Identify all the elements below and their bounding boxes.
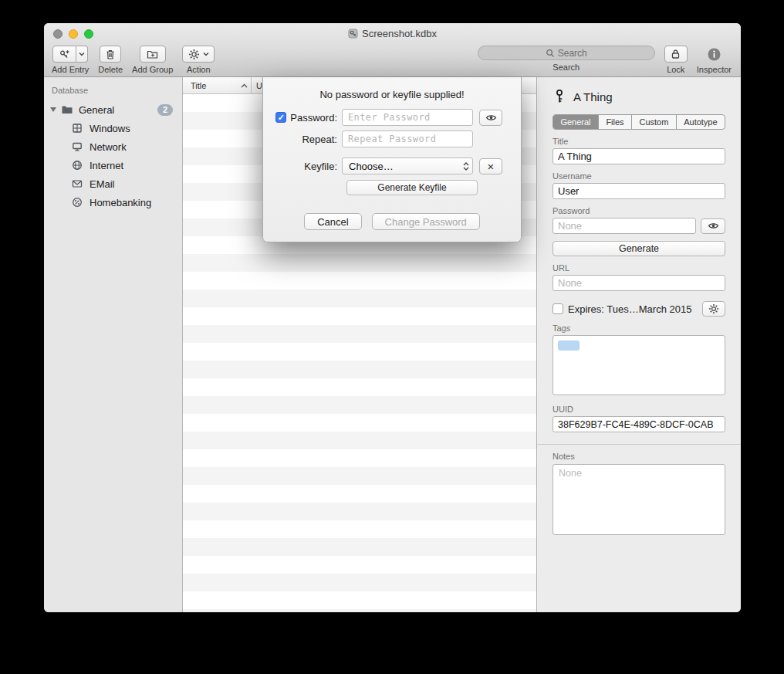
title-field[interactable]	[553, 148, 725, 164]
info-icon	[707, 47, 721, 62]
window-title: Screenshot.kdbx	[362, 28, 437, 39]
inspector-panel: A Thing General Files Custom Autotype Ti…	[536, 77, 741, 612]
column-header-username[interactable]: U	[252, 81, 262, 90]
sidebar-item-network[interactable]: Network	[44, 137, 182, 156]
action-button[interactable]: Action	[182, 46, 215, 74]
change-password-dialog: No password or keyfile supplied! Passwor…	[262, 77, 522, 242]
password-field[interactable]	[553, 218, 696, 234]
sidebar-item-internet[interactable]: Internet	[44, 156, 182, 174]
expires-checkbox[interactable]	[553, 303, 563, 314]
add-group-button[interactable]: Add Group	[132, 46, 173, 74]
dialog-keyfile-label: Keyfile:	[304, 161, 337, 172]
delete-button[interactable]: Delete	[98, 46, 123, 74]
sidebar-item-windows[interactable]: Windows	[44, 119, 182, 137]
tab-autotype[interactable]: Autotype	[676, 115, 725, 129]
column-title-label: Title	[191, 81, 206, 90]
add-group-label: Add Group	[132, 65, 173, 74]
add-entry-button[interactable]: Add Entry	[52, 46, 89, 74]
sidebar-item-label: Internet	[90, 160, 123, 171]
app-window: Screenshot.kdbx Add Entry	[44, 23, 741, 612]
change-password-button[interactable]: Change Password	[372, 213, 480, 230]
sidebar-item-homebanking[interactable]: Homebanking	[44, 193, 182, 212]
desktop-background: Screenshot.kdbx Add Entry	[0, 0, 784, 674]
disclosure-triangle-icon[interactable]	[50, 107, 56, 112]
notes-label: Notes	[553, 452, 725, 461]
username-field[interactable]	[553, 183, 725, 199]
entry-title: A Thing	[573, 90, 613, 103]
search-placeholder: Search	[558, 48, 587, 59]
inspector-divider	[537, 444, 741, 445]
windows-icon	[72, 122, 84, 134]
search-input[interactable]: Search	[478, 46, 655, 60]
sidebar-item-label: Windows	[90, 123, 130, 134]
folder-icon	[61, 103, 73, 116]
password-checkbox[interactable]	[275, 112, 286, 123]
gear-icon	[708, 303, 719, 314]
search-label: Search	[553, 63, 580, 72]
notes-field[interactable]	[553, 464, 725, 535]
title-field-label: Title	[553, 137, 725, 146]
dialog-message: No password or keyfile supplied!	[271, 89, 513, 100]
uuid-label: UUID	[553, 405, 725, 414]
password-field-label: Password	[553, 206, 725, 215]
inspector-tabs: General Files Custom Autotype	[553, 114, 725, 130]
sidebar-group-general[interactable]: General 2	[44, 100, 182, 119]
dialog-repeat-input[interactable]	[342, 130, 473, 147]
tags-field[interactable]	[553, 335, 725, 395]
generate-password-button[interactable]: Generate	[553, 241, 725, 256]
lock-label: Lock	[667, 65, 684, 74]
inspector-label: Inspector	[697, 65, 732, 74]
network-icon	[72, 141, 84, 153]
reveal-password-button[interactable]	[701, 218, 725, 234]
expires-settings-button[interactable]	[702, 301, 725, 317]
search-icon	[546, 49, 555, 58]
chevron-down-icon[interactable]	[76, 46, 88, 63]
sidebar-item-label: EMail	[90, 178, 115, 190]
expires-label: Expires: Tues…March 2015	[568, 303, 691, 315]
document-icon	[348, 29, 358, 39]
sort-ascending-icon	[241, 83, 248, 88]
chevron-down-icon	[203, 52, 209, 56]
key-plus-icon[interactable]	[52, 46, 76, 63]
generate-keyfile-button[interactable]: Generate Keyfile	[346, 180, 478, 195]
search-group: Search Search	[478, 46, 655, 72]
inspector-toggle-button[interactable]: Inspector	[697, 46, 732, 74]
uuid-field[interactable]	[553, 416, 725, 432]
url-field-label: URL	[553, 263, 725, 273]
percent-icon	[72, 196, 84, 208]
window-header: Screenshot.kdbx Add Entry	[44, 23, 741, 77]
tab-general[interactable]: General	[553, 115, 598, 129]
sidebar-group-label: General	[79, 104, 114, 116]
tab-files[interactable]: Files	[598, 115, 631, 129]
action-label: Action	[187, 65, 211, 74]
tag-chip[interactable]	[558, 340, 580, 351]
lock-button[interactable]: Lock	[664, 46, 688, 74]
eye-icon	[485, 113, 497, 122]
clear-keyfile-button[interactable]	[479, 158, 502, 174]
toolbar: Add Entry Delete	[44, 45, 741, 77]
sidebar-item-label: Network	[90, 141, 127, 153]
titlebar: Screenshot.kdbx	[44, 28, 741, 39]
keyfile-selected-value: Choose…	[349, 161, 394, 172]
lock-icon	[671, 49, 681, 59]
inspector-header: A Thing	[553, 88, 725, 105]
sidebar-item-email[interactable]: EMail	[44, 174, 182, 193]
tags-label: Tags	[553, 323, 725, 333]
dialog-password-label: Password:	[290, 112, 337, 124]
dialog-repeat-label: Repeat:	[302, 134, 337, 145]
url-field[interactable]	[553, 275, 725, 291]
column-username-label: U	[256, 81, 262, 90]
dialog-password-input[interactable]	[342, 109, 473, 126]
add-entry-label: Add Entry	[52, 65, 89, 74]
folder-plus-icon	[147, 49, 159, 59]
keyfile-select[interactable]: Choose…	[342, 157, 473, 174]
trash-icon	[105, 49, 116, 60]
dialog-reveal-password-button[interactable]	[479, 110, 502, 126]
cancel-button[interactable]: Cancel	[304, 213, 361, 230]
globe-icon	[72, 159, 84, 171]
eye-icon	[708, 222, 719, 230]
tab-custom[interactable]: Custom	[631, 115, 676, 129]
username-field-label: Username	[553, 171, 725, 181]
gear-icon	[188, 49, 200, 60]
column-header-title[interactable]: Title	[183, 77, 251, 93]
